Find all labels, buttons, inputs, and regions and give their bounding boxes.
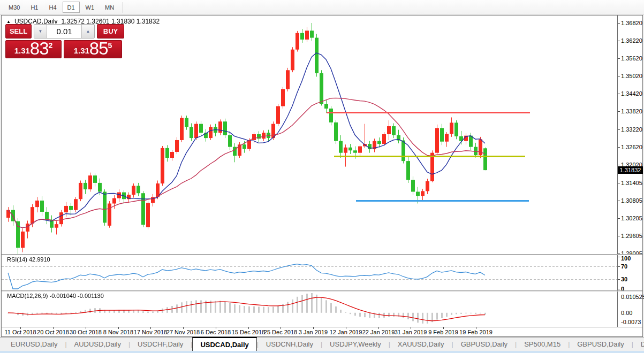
date-axis-label: 15 Dec 2018 (232, 329, 265, 335)
price-axis-label: 1.32620 (621, 144, 642, 150)
date-axis-label: 8 Nov 2018 (103, 329, 133, 335)
current-price-tag: 1.31832 (618, 166, 643, 174)
date-axis-label: 22 Jan 2019 (362, 329, 395, 335)
status-strip (0, 351, 644, 353)
volume-increase-button[interactable]: ▲ (81, 25, 94, 38)
buy-price-tile[interactable]: 1.31 85 5 (64, 40, 122, 58)
timeframe-button-d1[interactable]: D1 (63, 2, 80, 13)
timeframe-button-h4[interactable]: H4 (44, 2, 61, 13)
rsi-axis-tick (618, 266, 620, 267)
volume-decrease-button[interactable]: ▼ (34, 25, 47, 38)
price-axis-tick (618, 111, 620, 112)
main-chart-pane[interactable]: ▲ USDCAD,Daily 1.32572 1.32601 1.31830 1… (2, 16, 642, 254)
tab-sp500-m15[interactable]: SP500,M15 (517, 337, 568, 351)
price-axis-tick (618, 94, 620, 94)
price-axis-label: 1.34420 (621, 90, 642, 97)
timeframe-button-h1[interactable]: H1 (26, 2, 43, 13)
price-axis-label: 1.35620 (621, 55, 642, 62)
price-axis-label: 1.31405 (621, 180, 642, 186)
date-axis-label: 17 Nov 2018 (134, 329, 167, 335)
tab-usdcad-daily[interactable]: USDCAD,Daily (192, 337, 256, 351)
date-axis: 11 Oct 201820 Oct 201830 Oct 20188 Nov 2… (2, 327, 642, 336)
macd-axis-max: 0.010525 (621, 294, 644, 300)
tab-xauusd-daily[interactable]: XAUUSD,Daily (390, 337, 452, 351)
date-axis-label: 20 Oct 2018 (37, 329, 69, 335)
tab-usdcnh-daily[interactable]: USDCNH,Daily (259, 337, 321, 351)
price-axis-tick (618, 41, 620, 41)
price-axis-label: 1.36220 (621, 37, 642, 44)
macd-axis: 0.010525 0.00 -0.0073 (617, 291, 642, 327)
price-axis-tick (618, 147, 620, 148)
tab-usdchf-daily[interactable]: USDCHF,Daily (130, 337, 191, 351)
macd-pane[interactable]: MACD(12,26,9) -0.001040 -0.001130 0.0105… (2, 291, 642, 327)
macd-label: MACD(12,26,9) -0.001040 -0.001130 (7, 293, 104, 299)
timeframe-toolbar: M30H1H4D1W1MN (0, 0, 644, 15)
rsi-pane[interactable]: RSI(14) 42.9910 10070300 (2, 255, 642, 290)
sell-price-digits: 83 (30, 40, 49, 57)
timeframe-button-mn[interactable]: MN (100, 2, 119, 13)
rsi-axis: 10070300 (617, 255, 642, 290)
rsi-axis-label: 70 (621, 263, 627, 270)
tab-dj30-h4[interactable]: DJ30,H4 (633, 337, 644, 351)
price-axis-tick (618, 129, 620, 130)
buy-button[interactable]: BUY (97, 24, 124, 39)
price-axis-label: 1.30805 (621, 197, 642, 204)
buy-price-prefix: 1.31 (74, 46, 89, 55)
price-axis-tick (618, 183, 620, 183)
date-axis-label: 19 Feb 2019 (459, 329, 493, 335)
rsi-axis-tick (618, 257, 620, 257)
chart-window: ▲ USDCAD,Daily 1.32572 1.32601 1.31830 1… (1, 15, 643, 337)
timeframe-button-w1[interactable]: W1 (81, 2, 100, 13)
toolbar-separator (123, 2, 123, 13)
rsi-axis-label: 100 (621, 255, 631, 262)
collapse-panel-icon[interactable]: ▲ (6, 19, 11, 24)
date-axis-label: 30 Oct 2018 (70, 329, 102, 335)
tab-eurusd-daily[interactable]: EURUSD,Daily (3, 337, 65, 351)
date-axis-label: 12 Jan 2019 (330, 329, 362, 335)
arrow-down-icon: ▼ (39, 29, 43, 34)
macd-axis-min: -0.0073 (621, 319, 641, 325)
price-axis-tick (618, 23, 620, 24)
one-click-trade-panel: SELL ▼ 0.01 ▲ BUY 1.31 83 2 1.31 85 5 (5, 24, 124, 58)
macd-axis-zero: 0.00 (621, 310, 632, 316)
date-axis-label: 27 Nov 2018 (166, 329, 200, 335)
sell-price-tile[interactable]: 1.31 83 2 (5, 40, 62, 58)
price-axis-tick (618, 58, 620, 59)
price-axis-label: 1.29605 (621, 233, 642, 239)
volume-value[interactable]: 0.01 (47, 25, 81, 38)
price-axis-tick (618, 236, 620, 236)
price-axis-label: 1.33220 (621, 126, 642, 133)
price-axis: 1.31832 1.368201.362201.356201.350201.34… (617, 16, 642, 254)
date-axis-label: 9 Feb 2019 (428, 329, 458, 335)
sell-button[interactable]: SELL (5, 24, 32, 39)
tab-usdjpy-weekly[interactable]: USDJPY,Weekly (322, 337, 389, 351)
date-axis-label: 3 Jan 2019 (299, 329, 328, 335)
price-axis-label: 1.35020 (621, 73, 642, 79)
buy-price-pip: 5 (108, 41, 112, 50)
buy-price-digits: 85 (89, 40, 108, 57)
price-axis-tick (618, 165, 620, 165)
price-axis-tick (618, 218, 620, 219)
date-axis-label: 25 Dec 2018 (264, 329, 297, 335)
date-axis-label: 6 Dec 2018 (201, 329, 231, 335)
price-axis-label: 1.30205 (621, 215, 642, 221)
sell-price-prefix: 1.31 (14, 46, 30, 55)
price-axis-label: 1.36820 (621, 20, 642, 26)
price-axis-tick (618, 201, 620, 201)
sell-price-pip: 2 (49, 41, 53, 50)
rsi-label: RSI(14) 42.9910 (7, 256, 50, 263)
date-axis-label: 11 Oct 2018 (4, 329, 36, 335)
timeframe-button-m30[interactable]: M30 (4, 2, 25, 13)
rsi-axis-label: 30 (621, 276, 627, 282)
price-axis-tick (618, 76, 620, 76)
chart-tab-bar: EURUSD,Daily|AUDUSD,Daily|USDCHF,Daily|U… (0, 337, 644, 351)
arrow-up-icon: ▲ (86, 29, 90, 34)
rsi-axis-tick (618, 279, 620, 280)
tab-gbpusd-daily[interactable]: GBPUSD,Daily (570, 337, 631, 351)
price-axis-label: 1.33820 (621, 108, 642, 114)
tab-audusd-daily[interactable]: AUDUSD,Daily (67, 337, 128, 351)
date-axis-label: 31 Jan 2019 (395, 329, 427, 335)
rsi-chart (2, 255, 617, 290)
tab-gbpusd-daily[interactable]: GBPUSD,Daily (453, 337, 515, 351)
volume-stepper: ▼ 0.01 ▲ (34, 24, 95, 39)
